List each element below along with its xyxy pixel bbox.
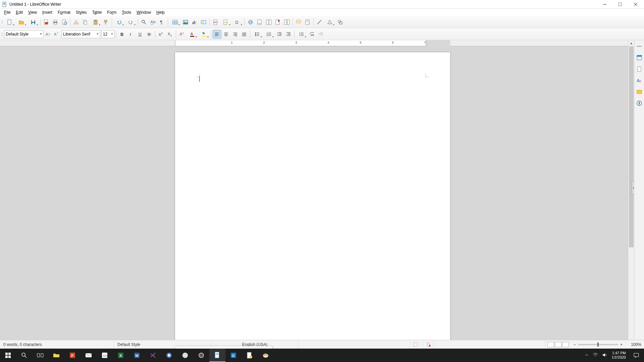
visual-studio-icon[interactable] [145,349,161,362]
excel-icon[interactable]: X [113,349,129,362]
strikethrough-button[interactable]: S [145,30,154,39]
close-button[interactable] [628,0,643,9]
status-word-count[interactable]: 0 words, 0 characters [0,340,114,349]
decrease-para-spacing-button[interactable] [317,30,325,39]
menu-insert[interactable]: Insert [40,9,55,15]
tray-chevron-icon[interactable] [585,353,589,358]
insert-cross-ref-button[interactable] [282,18,291,26]
numbered-list-button[interactable]: 123▼ [263,30,275,39]
menu-format[interactable]: Format [55,9,73,15]
powerpoint-icon[interactable]: P [64,349,80,362]
navigator-panel-icon[interactable] [635,99,643,107]
find-replace-button[interactable] [140,18,148,26]
word-icon[interactable]: W [129,349,145,362]
zoom-percent[interactable]: 100% [625,342,644,347]
page[interactable] [175,52,450,353]
insert-hyperlink-button[interactable] [246,18,255,26]
decrease-indent-button[interactable] [284,30,293,39]
menu-window[interactable]: Window [134,9,154,15]
print-button[interactable] [51,18,60,26]
align-center-button[interactable] [222,30,230,39]
start-button[interactable] [0,349,16,362]
libreoffice-writer-icon[interactable] [209,349,225,362]
gallery-panel-icon[interactable] [635,88,643,96]
toolbar-handle[interactable] [1,18,3,26]
menu-tools[interactable]: Tools [119,9,134,15]
insert-line-button[interactable] [315,18,324,26]
horizontal-ruler[interactable]: 1 2 3 4 5 6 7 [0,40,628,46]
wifi-icon[interactable] [593,353,598,358]
insert-field-button[interactable]: ▼ [220,18,231,26]
menu-form[interactable]: Form [104,9,119,15]
mail-icon[interactable] [80,349,97,362]
search-button[interactable] [16,349,32,362]
app-icon-3[interactable] [241,349,258,362]
firefox-icon[interactable] [193,349,209,362]
menu-styles[interactable]: Styles [73,9,90,15]
insert-bookmark-button[interactable] [273,18,282,26]
export-pdf-button[interactable] [42,18,51,26]
align-justify-button[interactable] [240,30,249,39]
menu-edit[interactable]: Edit [13,9,25,15]
toolbar-handle[interactable] [1,30,3,39]
book-view-button[interactable] [562,342,569,347]
cut-button[interactable] [72,18,80,26]
paragraph-style-combo[interactable]: Default Style▼ [4,30,44,38]
font-name-combo[interactable]: Liberation Serif▼ [61,30,100,38]
save-button[interactable]: ▼ [28,18,39,26]
app-icon-2[interactable] [177,349,193,362]
single-page-view-button[interactable] [547,342,554,347]
task-view-button[interactable] [32,349,48,362]
file-explorer-icon[interactable] [48,349,64,362]
properties-panel-icon[interactable] [635,54,643,62]
sidebar-collapse-handle[interactable]: ◂ [632,181,634,194]
clock[interactable]: 1:47 PM 1/2/2020 [611,351,626,360]
minimize-button[interactable] [597,0,612,9]
update-style-button[interactable]: A [44,30,52,38]
multi-page-view-button[interactable] [555,342,561,347]
increase-para-spacing-button[interactable] [308,30,316,39]
scroll-up-button[interactable]: ▲ [628,40,634,46]
print-preview-button[interactable] [60,18,69,26]
paste-button[interactable]: ▼ [90,18,101,26]
formatting-marks-button[interactable]: ¶ [158,18,166,26]
page-panel-icon[interactable] [635,65,643,73]
insert-table-button[interactable]: ▼ [169,18,181,26]
spellcheck-button[interactable]: Abc [149,18,157,26]
insert-endnote-button[interactable] [264,18,273,26]
align-left-button[interactable] [213,30,221,39]
menu-table[interactable]: Table [90,9,105,15]
highlight-color-button[interactable]: ▼ [198,30,210,39]
track-changes-button[interactable] [303,18,312,26]
paint-icon[interactable] [258,349,274,362]
maximize-button[interactable] [612,0,628,9]
insert-page-break-button[interactable] [211,18,220,26]
redo-button[interactable]: ▼ [125,18,137,26]
vscode-icon[interactable]: </> [97,349,113,362]
insert-textbox-button[interactable]: A [199,18,208,26]
open-button[interactable]: ▼ [16,18,27,26]
scroll-thumb[interactable] [629,46,634,247]
new-style-button[interactable]: A+ [52,30,60,38]
font-size-combo[interactable]: 12▼ [101,30,115,38]
insert-chart-button[interactable] [190,18,199,26]
menu-file[interactable]: File [1,9,13,15]
menu-help[interactable]: Help [154,9,167,15]
insert-image-button[interactable] [181,18,190,26]
italic-button[interactable]: I [127,30,136,39]
subscript-button[interactable]: X2 [166,30,174,39]
styles-panel-icon[interactable]: AA [635,76,643,84]
outlook-icon[interactable]: O [225,349,241,362]
zoom-in-button[interactable]: + [620,342,623,347]
increase-indent-button[interactable] [275,30,284,39]
bullet-list-button[interactable]: ▼ [252,30,263,39]
insert-footnote-button[interactable] [255,18,264,26]
copy-button[interactable] [81,18,90,26]
menu-view[interactable]: View [25,9,40,15]
undo-button[interactable]: ▼ [113,18,125,26]
insert-special-char-button[interactable]: Ω▼ [232,18,243,26]
zoom-out-button[interactable]: − [574,342,576,347]
status-signature[interactable] [423,340,434,349]
new-button[interactable]: ▼ [4,18,15,26]
status-selection-mode[interactable] [410,340,423,349]
